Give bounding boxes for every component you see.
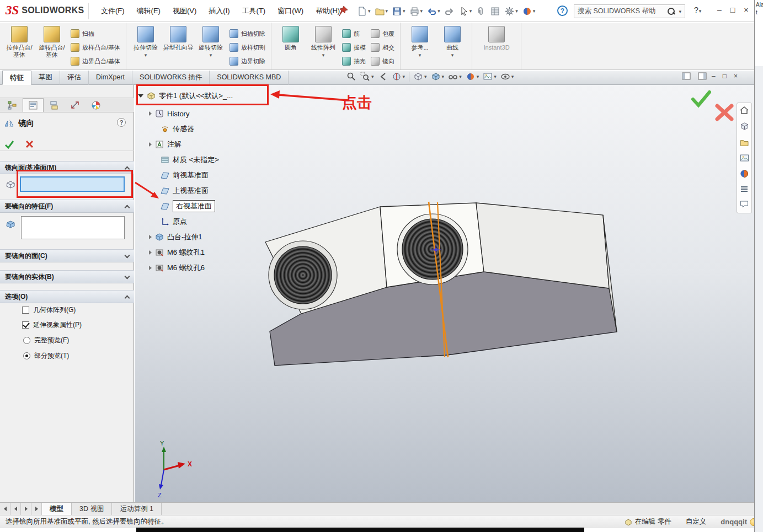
section-view-icon[interactable]: ▾ — [392, 72, 405, 82]
doc-close-icon[interactable]: × — [734, 72, 738, 80]
full-preview-radio[interactable]: 完整预览(F) — [23, 336, 69, 345]
tree-item-thread-hole-6[interactable]: M6 螺纹孔6 — [149, 261, 205, 275]
instant3d-button[interactable]: Instant3D — [476, 24, 517, 67]
doc-minimize-icon[interactable]: – — [712, 72, 716, 80]
appearances-scenes-icon[interactable] — [740, 169, 749, 180]
graphics-viewport[interactable]: Y X Z 零件1 (默认<<默认>_... History — [135, 85, 754, 502]
intersect-button[interactable]: 相交 — [369, 41, 396, 54]
close-icon[interactable]: × — [744, 6, 748, 14]
new-document-button[interactable]: ▾ — [356, 3, 372, 19]
collapse-panel-left-icon[interactable] — [682, 72, 691, 82]
rib-button[interactable]: 筋 — [340, 27, 367, 40]
expand-arrow-icon[interactable] — [149, 235, 152, 239]
tab-dimxpert[interactable]: DimXpert — [89, 71, 132, 85]
search-icon[interactable] — [667, 7, 675, 15]
tab-evaluate[interactable]: 评估 — [60, 71, 89, 85]
save-button[interactable]: ▾ — [391, 3, 407, 19]
display-manager-tab[interactable] — [86, 98, 106, 112]
fillet-button[interactable]: 圆角 — [275, 24, 306, 67]
dimxpert-manager-tab[interactable] — [65, 98, 86, 112]
partial-preview-radio[interactable]: 部分预览(T) — [23, 351, 69, 361]
extruded-cut-button[interactable]: 拉伸切除 — [130, 24, 161, 67]
print-button[interactable]: ▾ — [408, 3, 424, 19]
radio-icon[interactable] — [23, 337, 30, 344]
section-mirror-face[interactable]: 镜向面/基准面(M) — [0, 161, 134, 174]
options-button[interactable]: ▾ — [503, 3, 519, 19]
confirm-ok-icon[interactable] — [693, 92, 709, 105]
menu-tools[interactable]: 工具(T) — [236, 0, 272, 22]
undo-button[interactable]: ▾ — [425, 3, 441, 19]
property-manager-tab[interactable] — [23, 98, 44, 112]
revolved-boss-button[interactable]: 旋转凸台/基体 — [36, 24, 67, 67]
help-dropdown[interactable]: ?▾ — [694, 6, 701, 14]
appearance-button[interactable]: ▾ — [521, 3, 537, 19]
swept-boss-button[interactable]: 扫描 — [69, 27, 122, 40]
zoom-area-icon[interactable]: ▾ — [360, 72, 374, 82]
checkbox-checked-icon[interactable] — [22, 321, 29, 329]
section-faces-to-mirror[interactable]: 要镜向的面(C) — [0, 249, 134, 262]
boundary-cut-button[interactable]: 边界切除 — [228, 55, 267, 68]
hole-1-threads[interactable] — [274, 246, 332, 304]
ok-button[interactable] — [4, 140, 14, 149]
forum-icon[interactable] — [740, 200, 749, 210]
wrap-button[interactable]: 包覆 — [369, 27, 396, 40]
caret-icon[interactable]: ▾ — [679, 9, 681, 14]
menu-edit[interactable]: 编辑(E) — [131, 0, 167, 22]
tab-features[interactable]: 特征 — [2, 71, 31, 85]
lofted-boss-button[interactable]: 放样凸台/基体 — [69, 41, 122, 54]
tree-item-annotations[interactable]: 注解 — [149, 138, 182, 151]
feature-manager-tab[interactable] — [2, 98, 23, 112]
mirror-plane-input[interactable] — [20, 176, 125, 192]
hide-show-items-icon[interactable]: ▾ — [448, 72, 462, 82]
shell-button[interactable]: 抽壳 — [340, 55, 367, 68]
design-library-icon[interactable] — [740, 122, 749, 133]
section-bodies-to-mirror[interactable]: 要镜向的实体(B) — [0, 270, 134, 283]
doc-restore-icon[interactable]: □ — [723, 72, 727, 80]
reference-geometry-button[interactable]: 参考... — [404, 24, 435, 67]
lofted-cut-button[interactable]: 放样切割 — [228, 41, 267, 54]
redo-button[interactable] — [443, 3, 456, 19]
expand-arrow-icon[interactable] — [149, 250, 152, 255]
open-button[interactable]: ▾ — [374, 3, 389, 19]
tab-3d-views[interactable]: 3D 视图 — [72, 503, 112, 515]
zoom-fit-icon[interactable] — [346, 72, 356, 82]
tree-item-origin[interactable]: 原点 — [154, 215, 187, 228]
draft-button[interactable]: 拔模 — [340, 41, 367, 54]
tree-root-item[interactable]: 零件1 (默认<<默认>_... — [138, 89, 233, 103]
menu-window[interactable]: 窗口(W) — [271, 0, 310, 22]
checkbox-icon[interactable] — [22, 307, 29, 314]
curves-button[interactable]: 曲线 — [437, 24, 468, 67]
expand-arrow-icon[interactable] — [138, 94, 143, 98]
section-options[interactable]: 选项(O) — [0, 290, 134, 303]
menu-file[interactable]: 文件(F) — [95, 0, 131, 22]
expand-arrow-icon[interactable] — [149, 266, 152, 270]
tree-item-front-plane[interactable]: 前视基准面 — [154, 169, 209, 182]
propagate-visual-checkbox[interactable]: 延伸视象属性(P) — [22, 320, 82, 330]
custom-status[interactable]: 自定义 — [686, 517, 707, 526]
extruded-boss-button[interactable]: 拉伸凸台/基体 — [4, 24, 35, 67]
tab-sketch[interactable]: 草图 — [31, 71, 60, 85]
file-explorer-icon[interactable] — [740, 138, 749, 148]
section-features-to-mirror[interactable]: 要镜向的特征(F) — [0, 200, 134, 213]
features-to-mirror-input[interactable] — [21, 216, 125, 239]
maximize-icon[interactable]: □ — [730, 6, 735, 14]
custom-properties-icon[interactable] — [740, 185, 749, 195]
first-tab-icon[interactable] — [0, 503, 10, 515]
tree-item-right-plane[interactable]: 右视基准面 — [154, 200, 215, 213]
display-style-icon[interactable]: ▾ — [431, 72, 445, 82]
menu-view[interactable]: 视图(V) — [167, 0, 202, 22]
tree-item-boss-extrude[interactable]: 凸台-拉伸1 — [149, 230, 202, 244]
swept-cut-button[interactable]: 扫描切除 — [228, 27, 267, 40]
mirror-button[interactable]: 镜向 — [369, 55, 396, 68]
expand-arrow-icon[interactable] — [149, 111, 152, 116]
tab-addins[interactable]: SOLIDWORKS 插件 — [132, 71, 210, 85]
boundary-boss-button[interactable]: 边界凸台/基体 — [69, 55, 122, 68]
tab-mbd[interactable]: SOLIDWORKS MBD — [210, 71, 289, 85]
last-tab-icon[interactable] — [31, 503, 42, 515]
attach-button[interactable] — [474, 3, 487, 19]
tree-item-sensors[interactable]: 传感器 — [154, 122, 194, 136]
search-box[interactable]: 搜索 SOLIDWORKS 帮助 ▾ — [574, 4, 685, 18]
apply-scene-icon[interactable]: ▾ — [483, 72, 497, 82]
hole-wizard-button[interactable]: 异型孔向导 — [163, 24, 194, 67]
tree-item-history[interactable]: History — [149, 107, 189, 120]
